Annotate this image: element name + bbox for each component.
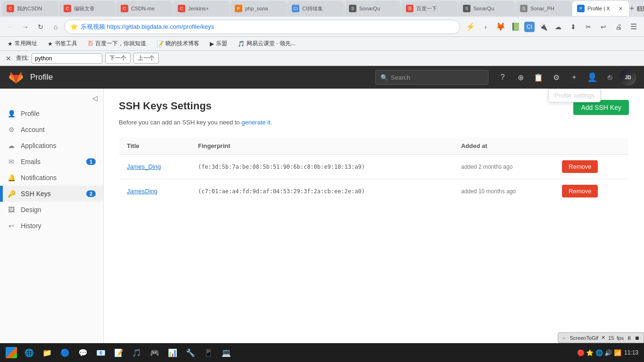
scissors-icon[interactable]: ✂ bbox=[582, 20, 595, 33]
header-search[interactable]: 🔍 bbox=[375, 70, 488, 85]
taskbar-item-chrome[interactable]: 🔵 bbox=[57, 344, 74, 361]
address-bar[interactable]: ⭐ 乐视视频 https://gitlab.bigdata.le.com/pro… bbox=[64, 20, 460, 34]
tab-title: 我的CSDN bbox=[17, 5, 54, 12]
help-icon-button[interactable]: ? bbox=[494, 69, 511, 86]
taskbar-item-app3[interactable]: 📝 bbox=[110, 344, 127, 361]
sidebar-item-design[interactable]: 🖼 Design bbox=[0, 202, 103, 218]
lightning-icon[interactable]: ⚡ bbox=[464, 20, 477, 33]
taskbar: 🌐 📁 🔵 💬 📧 📝 🎵 🎮 📊 🔧 📱 💻 🔴 ⭐ 🌐 🔊 📶 11:13 bbox=[0, 343, 644, 362]
back-button[interactable]: ← bbox=[4, 20, 17, 33]
sidebar-item-history[interactable]: ↩ History bbox=[0, 218, 103, 234]
taskbar-item-ie[interactable]: 🌐 bbox=[21, 344, 38, 361]
menu-button[interactable]: ☰ bbox=[627, 20, 640, 33]
cloud-icon[interactable]: ☁ bbox=[552, 20, 565, 33]
extension1-icon[interactable]: CI bbox=[524, 22, 535, 32]
tab-title: CSDN-me bbox=[131, 6, 168, 11]
profile-icon-button[interactable]: 👤 Profile settings bbox=[584, 69, 601, 86]
tab-sonar3[interactable]: S Sonar_PH bbox=[515, 1, 572, 16]
sidebar-item-account[interactable]: ⚙ Account bbox=[0, 122, 103, 138]
bookmark-icon[interactable]: 📗 bbox=[509, 20, 522, 33]
tab-php[interactable]: P php_sona bbox=[230, 1, 287, 16]
forward-button[interactable]: → bbox=[19, 20, 32, 33]
home-button[interactable]: ⌂ bbox=[49, 20, 62, 33]
tab-ci[interactable]: CI CI持续集 bbox=[287, 1, 344, 16]
nav-bar: ← → ↻ ⌂ ⭐ 乐视视频 https://gitlab.bigdata.le… bbox=[0, 17, 644, 37]
emails-badge: 1 bbox=[86, 158, 96, 165]
settings-icon-button[interactable]: ⚙ bbox=[548, 69, 565, 86]
nav-extra-icon[interactable]: › bbox=[479, 20, 492, 33]
print-icon[interactable]: 🖨 bbox=[612, 20, 625, 33]
add-icon-button[interactable]: + bbox=[566, 69, 583, 86]
taskbar-item-app6[interactable]: 📊 bbox=[164, 344, 181, 361]
new-tab-button[interactable]: + bbox=[629, 2, 635, 15]
tab-csdn3[interactable]: C CSDN-me bbox=[116, 1, 173, 16]
bookmark-baidu[interactable]: 百 百度一下，你就知道 bbox=[84, 39, 150, 49]
taskbar-item-app9[interactable]: 💻 bbox=[218, 344, 235, 361]
sidebar-label-profile: Profile bbox=[21, 110, 96, 117]
undo-icon[interactable]: ↩ bbox=[597, 20, 610, 33]
fox-icon[interactable]: 🦊 bbox=[494, 20, 507, 33]
find-close-button[interactable]: ✕ bbox=[4, 54, 13, 63]
bookmark-blog[interactable]: 📝 晓的技术博客 bbox=[153, 39, 203, 49]
gitlab-logo[interactable] bbox=[8, 69, 25, 86]
download-icon[interactable]: ⬇ bbox=[567, 20, 580, 33]
search-input[interactable] bbox=[391, 74, 476, 81]
tab-csdn1[interactable]: C 我的CSDN bbox=[2, 1, 58, 16]
sidebar-item-profile[interactable]: 👤 Profile bbox=[0, 106, 103, 122]
bookmark-netease[interactable]: 🎵 网易云课堂 · 领先... bbox=[234, 39, 299, 49]
taskbar-item-app5[interactable]: 🎮 bbox=[146, 344, 163, 361]
taskbar-item-app1[interactable]: 💬 bbox=[74, 344, 91, 361]
ssh-key-added-at: added 10 months ago bbox=[461, 188, 516, 195]
bookmark-icon: 百 bbox=[88, 40, 93, 48]
tab-sonar1[interactable]: S SonarQu bbox=[344, 1, 401, 16]
tab-favicon: C bbox=[121, 5, 128, 12]
taskbar-tray: 🔴 ⭐ 🌐 🔊 📶 11:13 bbox=[573, 349, 642, 356]
snippet-icon-button[interactable]: 📋 bbox=[530, 69, 547, 86]
remove-ssh-key-button[interactable]: Remove bbox=[562, 160, 598, 173]
ssh-key-title[interactable]: James_Ding bbox=[127, 163, 161, 170]
ssh-key-title[interactable]: JamesDing bbox=[127, 188, 157, 195]
find-next-button[interactable]: 下一个 bbox=[105, 53, 131, 64]
bookmark-icon: 📝 bbox=[157, 41, 164, 47]
taskbar-item-app2[interactable]: 📧 bbox=[92, 344, 109, 361]
taskbar-item-app7[interactable]: 🔧 bbox=[182, 344, 199, 361]
remove-ssh-key-button[interactable]: Remove bbox=[562, 185, 598, 197]
tab-jenkins[interactable]: C Jenkins+ bbox=[173, 1, 230, 16]
refresh-button[interactable]: ↻ bbox=[34, 20, 47, 33]
sidebar-item-ssh-keys[interactable]: 🔑 SSH Keys 2 bbox=[0, 186, 103, 202]
sidebar-item-emails[interactable]: ✉ Emails 1 bbox=[0, 154, 103, 170]
bookmark-changyang[interactable]: ★ 常用网址 bbox=[4, 39, 41, 49]
table-header-title: Title bbox=[119, 138, 190, 155]
avatar[interactable]: JD bbox=[619, 69, 636, 86]
sidebar-toggle-button[interactable]: ◁ bbox=[91, 92, 99, 104]
page-content: ◁ 👤 Profile ⚙ Account ☁ Applications bbox=[0, 89, 644, 351]
sidebar: ◁ 👤 Profile ⚙ Account ☁ Applications bbox=[0, 89, 104, 351]
logout-icon-button[interactable]: ⎋ bbox=[602, 69, 619, 86]
tab-csdn2[interactable]: C 编辑文章 bbox=[59, 1, 116, 16]
tab-close-button[interactable]: ✕ bbox=[617, 5, 624, 12]
table-row: JamesDing (c7:01:ae:a4:fd:9d:af:04:53:29… bbox=[119, 179, 629, 204]
tab-favicon: C bbox=[7, 5, 14, 12]
bookmark-leplayer[interactable]: ▶ 乐盟 bbox=[206, 39, 231, 49]
tab-favicon: S bbox=[520, 5, 528, 12]
taskbar-time: 11:13 bbox=[624, 349, 638, 356]
applications-icon: ☁ bbox=[8, 142, 15, 149]
sidebar-item-notifications[interactable]: 🔔 Notifications bbox=[0, 170, 103, 186]
extension2-icon[interactable]: 🔌 bbox=[537, 20, 550, 33]
start-button[interactable] bbox=[2, 343, 21, 362]
tab-baidu[interactable]: 百 百度一下 bbox=[401, 1, 458, 16]
generate-link[interactable]: generate it. bbox=[241, 119, 272, 126]
explore-icon-button[interactable]: ⊕ bbox=[512, 69, 529, 86]
bookmark-tools[interactable]: ★ 书签工具 bbox=[44, 39, 81, 49]
screentogif-close-icon[interactable]: ✕ bbox=[601, 335, 605, 341]
taskbar-item-folder[interactable]: 📁 bbox=[39, 344, 56, 361]
sidebar-label-emails: Emails bbox=[21, 158, 81, 165]
emails-icon: ✉ bbox=[8, 158, 15, 165]
taskbar-item-app4[interactable]: 🎵 bbox=[128, 344, 145, 361]
find-prev-button[interactable]: 上一个 bbox=[133, 53, 159, 64]
taskbar-item-app8[interactable]: 📱 bbox=[200, 344, 217, 361]
find-input[interactable] bbox=[32, 53, 102, 64]
tab-profile-active[interactable]: P Profile | X ✕ bbox=[572, 1, 629, 16]
tab-sonar2[interactable]: S SonarQu bbox=[458, 1, 515, 16]
sidebar-item-applications[interactable]: ☁ Applications bbox=[0, 138, 103, 154]
